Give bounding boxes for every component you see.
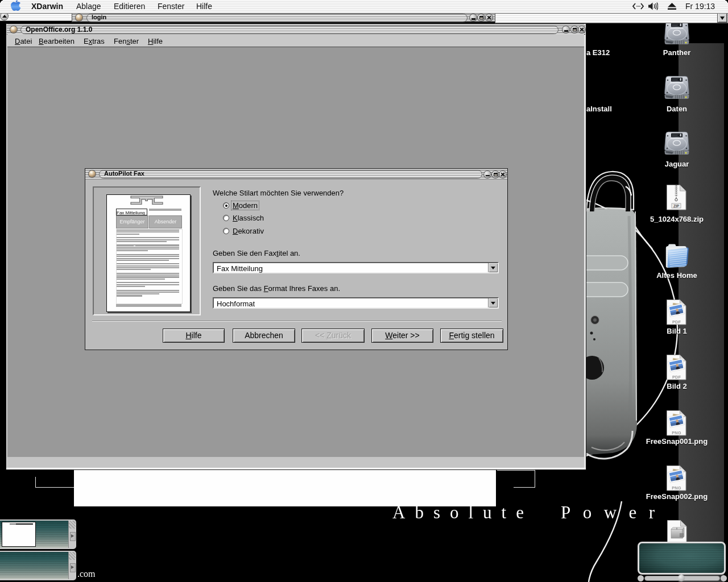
svg-text:▩: ▩ [679,532,684,538]
svg-text:PNG: PNG [672,485,681,490]
svg-text:PDF: PDF [672,375,681,380]
svg-text:PDF: PDF [672,319,681,325]
svg-text:ZIP: ZIP [673,204,680,208]
svg-text:PNG: PNG [672,430,681,435]
